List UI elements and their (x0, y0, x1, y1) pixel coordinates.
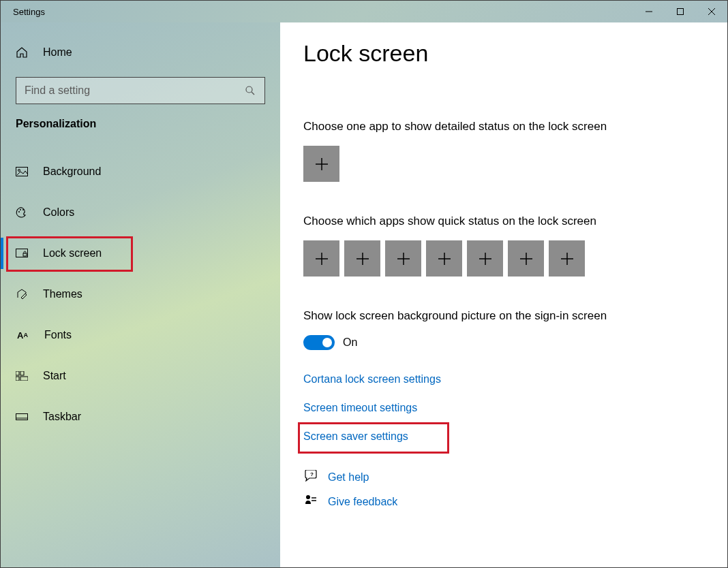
nav-home-label: Home (43, 46, 72, 59)
svg-point-36 (306, 495, 310, 499)
nav-home[interactable]: Home (1, 33, 280, 72)
palette-icon (16, 206, 28, 219)
svg-point-10 (22, 209, 24, 210)
detailed-status-label: Choose one app to show detailed status o… (303, 120, 704, 133)
start-icon (16, 370, 28, 382)
sidebar-item-label: Taskbar (43, 411, 81, 423)
search-input[interactable]: Find a setting (16, 77, 265, 104)
taskbar-icon (16, 411, 28, 423)
close-button[interactable] (696, 1, 727, 22)
themes-icon (16, 288, 28, 300)
sidebar-item-label: Background (43, 165, 101, 178)
sidebar-item-background[interactable]: Background (1, 156, 280, 187)
link-give-feedback[interactable]: Give feedback (328, 496, 397, 508)
minimize-button[interactable] (633, 1, 665, 22)
sidebar-item-start[interactable]: Start (1, 360, 280, 392)
svg-point-8 (18, 211, 20, 212)
sidebar-item-colors[interactable]: Colors (1, 197, 280, 228)
svg-rect-16 (20, 377, 28, 381)
sidebar-item-themes[interactable]: Themes (1, 279, 280, 310)
window-title: Settings (1, 7, 633, 17)
link-get-help[interactable]: Get help (328, 471, 369, 484)
toggle-state: On (343, 336, 357, 349)
sidebar: Home Find a setting Personalization Back… (1, 22, 280, 567)
sidebar-item-label: Themes (43, 288, 82, 300)
svg-rect-1 (678, 9, 684, 15)
main-content: Lock screen Choose one app to show detai… (280, 22, 727, 567)
titlebar: Settings (1, 1, 727, 22)
add-quick-app-button[interactable] (344, 240, 380, 277)
quick-status-label: Choose which apps show quick status on t… (303, 215, 704, 228)
picture-icon (16, 165, 28, 178)
add-quick-app-button[interactable] (467, 240, 503, 277)
svg-point-7 (18, 170, 20, 172)
maximize-button[interactable] (665, 1, 696, 22)
svg-rect-15 (16, 377, 19, 381)
svg-point-4 (246, 86, 252, 93)
page-title: Lock screen (303, 40, 704, 67)
lock-screen-icon (16, 247, 28, 259)
link-screen-saver[interactable]: Screen saver settings (303, 430, 408, 443)
add-quick-app-button[interactable] (385, 240, 421, 277)
help-icon: ? (303, 470, 318, 485)
sidebar-item-label: Fonts (44, 329, 72, 341)
add-quick-app-button[interactable] (426, 240, 462, 277)
show-bg-toggle[interactable] (303, 335, 335, 350)
svg-rect-14 (20, 371, 24, 375)
link-cortana-settings[interactable]: Cortana lock screen settings (303, 373, 441, 385)
svg-text:?: ? (310, 471, 314, 477)
fonts-icon: AA (16, 329, 29, 341)
svg-rect-17 (16, 414, 28, 420)
active-indicator (1, 238, 3, 269)
search-placeholder: Find a setting (25, 84, 244, 97)
add-quick-app-button[interactable] (303, 240, 339, 277)
sidebar-item-label: Colors (43, 206, 74, 219)
add-detailed-app-button[interactable] (303, 146, 339, 182)
sidebar-item-label: Start (43, 370, 66, 382)
add-quick-app-button[interactable] (508, 240, 544, 277)
link-screen-timeout[interactable]: Screen timeout settings (303, 402, 417, 414)
add-quick-app-button[interactable] (549, 240, 585, 277)
feedback-icon (303, 494, 318, 509)
home-icon (16, 46, 28, 59)
sidebar-item-taskbar[interactable]: Taskbar (1, 401, 280, 432)
svg-rect-13 (16, 371, 19, 375)
search-icon (244, 84, 256, 97)
show-bg-label: Show lock screen background picture on t… (303, 309, 704, 323)
sidebar-item-label: Lock screen (43, 247, 102, 259)
svg-point-9 (20, 209, 21, 210)
sidebar-item-fonts[interactable]: AA Fonts (1, 319, 280, 351)
svg-line-5 (252, 92, 254, 95)
sidebar-category: Personalization (1, 118, 280, 130)
svg-rect-12 (23, 253, 27, 256)
sidebar-item-lock-screen[interactable]: Lock screen (1, 238, 280, 269)
